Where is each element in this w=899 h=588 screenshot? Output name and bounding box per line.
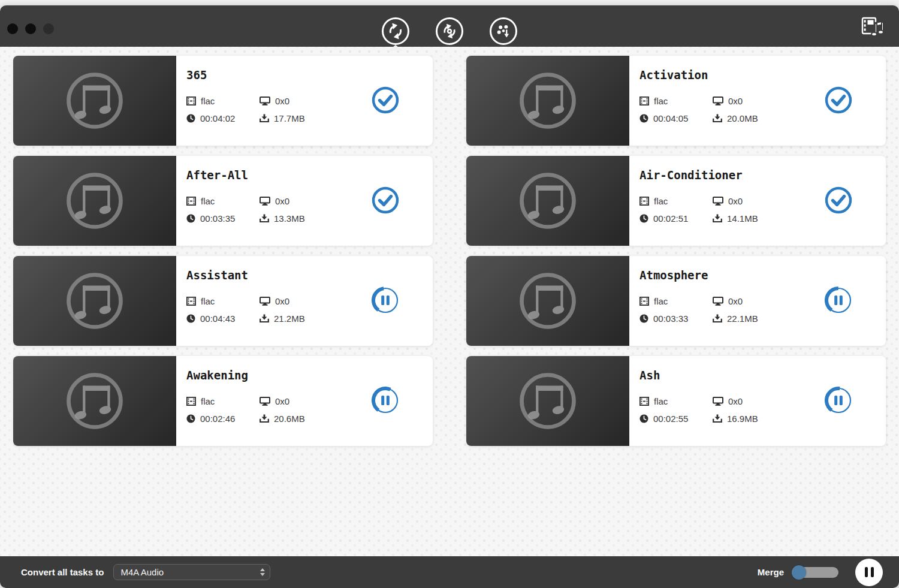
audio-thumbnail [466, 356, 629, 446]
tab-convert[interactable] [382, 17, 409, 45]
resolution-value: 0x0 [728, 396, 743, 406]
download-icon [713, 114, 722, 123]
footer-bar: Convert all tasks to M4A Audio Merge [0, 556, 899, 588]
resolution-item: 0x0 [713, 296, 758, 306]
size-value: 22.1MB [727, 313, 758, 324]
tab-media-toolbox[interactable] [490, 17, 517, 45]
film-icon [186, 397, 196, 406]
audio-thumbnail [13, 156, 176, 246]
task-info: Awakening flac [176, 356, 305, 446]
download-icon [260, 314, 269, 323]
resolution-value: 0x0 [275, 196, 289, 206]
minimize-button[interactable] [25, 23, 36, 34]
duration-value: 00:02:46 [200, 414, 235, 424]
size-value: 16.9MB [727, 414, 758, 424]
resolution-value: 0x0 [728, 196, 743, 206]
music-note-icon [517, 370, 579, 432]
task-status-button[interactable] [825, 287, 852, 314]
format-item: flac [639, 296, 713, 306]
clock-icon [186, 114, 195, 123]
duration-value: 00:03:33 [653, 313, 688, 324]
fullscreen-button[interactable] [43, 23, 54, 34]
film-icon [639, 97, 649, 105]
merge-toggle[interactable] [792, 567, 838, 578]
resolution-item: 0x0 [713, 96, 758, 106]
duration-value: 00:03:35 [200, 213, 235, 224]
task-status-button[interactable] [372, 186, 399, 214]
audio-thumbnail [466, 256, 629, 346]
task-title: Awakening [186, 369, 305, 382]
task-status-button[interactable] [825, 387, 852, 414]
task-card: Atmosphere flac [466, 256, 886, 346]
clock-icon [639, 314, 648, 323]
format-value: flac [654, 396, 668, 406]
clock-icon [186, 314, 195, 323]
task-meta: flac 0x0 00:03:33 [639, 296, 758, 324]
task-status-button[interactable] [372, 387, 399, 414]
music-note-icon [64, 370, 126, 432]
output-format-select[interactable]: M4A Audio [113, 564, 270, 580]
download-icon [713, 214, 722, 223]
duration-item: 00:04:02 [186, 113, 260, 123]
clock-icon [186, 214, 195, 223]
duration-item: 00:03:35 [186, 213, 260, 224]
size-item: 17.7MB [260, 113, 305, 123]
task-meta: flac 0x0 00:02:55 [639, 396, 758, 424]
audio-thumbnail [13, 56, 176, 146]
size-value: 17.7MB [274, 113, 305, 123]
task-title: After-All [186, 168, 305, 182]
music-note-icon [517, 170, 579, 232]
audio-thumbnail [13, 356, 176, 446]
duration-value: 00:02:55 [653, 414, 688, 424]
resolution-item: 0x0 [260, 296, 305, 306]
format-item: flac [186, 296, 260, 306]
media-library-icon[interactable] [861, 15, 886, 38]
download-icon [260, 214, 269, 223]
task-info: Assistant flac [176, 256, 305, 346]
format-value: flac [201, 196, 215, 206]
film-icon [639, 397, 649, 406]
music-note-icon [517, 270, 579, 332]
task-status-button[interactable] [825, 86, 852, 114]
film-icon [186, 97, 196, 105]
pause-progress-icon [825, 387, 852, 414]
pause-icon [871, 567, 874, 577]
duration-value: 00:04:43 [200, 313, 235, 324]
duration-item: 00:02:55 [639, 414, 713, 424]
close-button[interactable] [7, 23, 18, 34]
task-card: 365 flac [13, 56, 433, 146]
merge-toggle-knob[interactable] [792, 565, 806, 580]
pause-all-button[interactable] [855, 559, 883, 586]
film-icon [639, 297, 649, 306]
task-status-button[interactable] [825, 186, 852, 214]
resolution-item: 0x0 [260, 96, 305, 106]
resolution-item: 0x0 [713, 396, 758, 406]
task-card: Ash flac [466, 356, 886, 446]
size-value: 20.0MB [727, 113, 758, 123]
format-item: flac [186, 96, 260, 106]
audio-thumbnail [466, 156, 629, 246]
task-card: Awakening flac [13, 356, 433, 446]
pause-progress-icon [825, 287, 852, 314]
clock-icon [639, 114, 648, 123]
format-value: flac [201, 396, 215, 406]
size-value: 21.2MB [274, 313, 305, 324]
task-status-button[interactable] [372, 86, 399, 114]
tab-disc-ripper[interactable] [436, 17, 463, 45]
task-meta: flac 0x0 00:04:02 [186, 96, 305, 123]
task-meta: flac 0x0 00:03:35 [186, 196, 305, 224]
format-value: flac [654, 96, 668, 106]
monitor-icon [260, 397, 270, 406]
size-value: 13.3MB [274, 213, 305, 224]
music-note-icon [64, 270, 126, 332]
task-card: Air-Conditioner flac [466, 156, 886, 246]
format-value: flac [201, 96, 215, 106]
task-info: After-All flac [176, 156, 305, 246]
task-meta: flac 0x0 00:02:46 [186, 396, 305, 424]
task-status-button[interactable] [372, 287, 399, 314]
duration-item: 00:03:33 [639, 313, 713, 324]
music-note-icon [517, 70, 579, 132]
size-item: 13.3MB [260, 213, 305, 224]
task-title: Activation [639, 68, 758, 82]
format-item: flac [186, 196, 260, 206]
